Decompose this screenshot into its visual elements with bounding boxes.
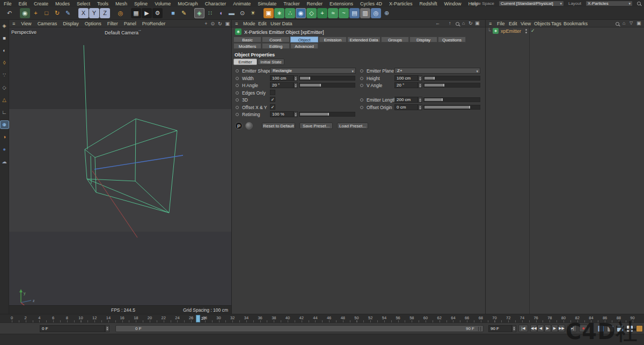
ruler-tick[interactable]: 74 <box>518 315 526 320</box>
y-axis-button[interactable]: Y <box>89 8 99 18</box>
search-icon[interactable] <box>456 21 459 27</box>
ruler-tick[interactable]: 16 <box>119 315 126 320</box>
xp-trail-icon[interactable]: ~ <box>339 8 349 18</box>
refresh-icon[interactable]: ↻ <box>469 20 473 26</box>
tab-basic[interactable]: Basic <box>233 37 261 42</box>
tab-display[interactable]: Display <box>409 37 437 42</box>
anim-toggle-icon[interactable] <box>236 91 239 95</box>
enable-check-icon[interactable]: ✓ <box>531 28 535 33</box>
preset-sphere-icon[interactable] <box>245 122 253 130</box>
width-input[interactable]: 100 cm <box>270 75 294 81</box>
next-frame-button[interactable]: ▶ <box>551 325 558 332</box>
camera-icon[interactable]: ⊙ <box>237 8 247 18</box>
menu-window[interactable]: Window <box>444 1 462 6</box>
preview-range-slider[interactable]: 0 F 90 F <box>115 325 484 332</box>
ruler-tick[interactable]: 44 <box>311 315 319 320</box>
emitter-state-button[interactable]: Emitter <box>233 59 257 65</box>
anim-toggle-icon[interactable] <box>236 84 239 87</box>
tab-groups[interactable]: Groups <box>381 37 409 42</box>
ruler-tick[interactable]: 76 <box>532 315 540 320</box>
ruler-tick[interactable]: 8 <box>63 315 71 320</box>
height-slider[interactable] <box>423 76 480 81</box>
deformer-icon[interactable]: ◖ <box>216 8 226 18</box>
ruler-tick[interactable]: 64 <box>449 315 457 320</box>
hamburger-icon[interactable]: ≡ <box>12 21 15 26</box>
menu-character[interactable]: Character <box>205 1 226 6</box>
menu-xparticles[interactable]: X-Particles <box>389 1 413 6</box>
anim-toggle-icon[interactable] <box>360 106 363 109</box>
v-angle-slider[interactable] <box>423 83 480 88</box>
ruler-tick[interactable]: 40 <box>284 315 291 320</box>
ruler-tick[interactable]: 54 <box>380 315 388 320</box>
object-name[interactable]: xpEmitter <box>501 28 521 34</box>
width-slider[interactable] <box>299 76 355 81</box>
xp-emitter-icon[interactable]: ∗ <box>274 8 284 18</box>
search-icon[interactable] <box>637 2 641 5</box>
coord-system-icon[interactable]: ◎ <box>115 8 126 18</box>
ruler-tick[interactable]: 48 <box>339 315 347 320</box>
end-frame-stepper[interactable] <box>512 325 516 332</box>
points-mode-icon[interactable]: ∵ <box>1 71 9 79</box>
h-angle-input[interactable]: 20 ° <box>270 82 294 88</box>
scale-tool-icon[interactable]: □ <box>41 8 52 18</box>
h-angle-slider[interactable] <box>299 83 355 88</box>
prev-key-button[interactable]: ◀◀ <box>530 325 537 332</box>
ruler-tick[interactable]: 18 <box>132 315 140 320</box>
xp-emitter-object-icon[interactable]: ∗ <box>493 28 499 34</box>
xp-modifier-icon[interactable]: + <box>317 8 327 18</box>
snap-icon[interactable]: ⊕ <box>1 121 9 128</box>
move-tool-icon[interactable]: + <box>31 8 41 18</box>
vp-menu-view[interactable]: View <box>21 21 31 26</box>
anim-toggle-icon[interactable] <box>236 69 239 73</box>
ruler-tick[interactable]: 70 <box>491 315 499 320</box>
menu-redshift[interactable]: Redshift <box>420 1 437 6</box>
texture-mode-icon[interactable]: ◐ <box>1 47 9 54</box>
ruler-tick[interactable]: 4 <box>35 315 43 320</box>
generator-icon[interactable]: ◈ <box>194 8 204 18</box>
current-frame-input[interactable]: 0 F <box>40 325 105 332</box>
emitter-shape-select[interactable]: Rectangle ▾ <box>270 68 356 74</box>
am-menu-mode[interactable]: Mode <box>243 21 255 26</box>
xp-target-icon[interactable]: ⊕ <box>382 8 392 18</box>
height-input[interactable]: 100 cm <box>394 75 418 81</box>
menu-animate[interactable]: Animate <box>233 1 251 6</box>
vp-menu-options[interactable]: Options <box>85 21 101 26</box>
rotate-tool-icon[interactable]: ↻ <box>52 8 62 18</box>
ruler-tick[interactable]: 2 <box>22 315 30 320</box>
om-menu-bookmarks[interactable]: Bookmarks <box>564 21 588 26</box>
timeline-ruler[interactable]: 27 0246810121416182022242628303234363840… <box>0 314 644 322</box>
tab-coord[interactable]: Coord. <box>262 37 290 42</box>
ruler-tick[interactable]: 66 <box>463 315 471 320</box>
tab-questions[interactable]: Questions <box>438 37 466 42</box>
ruler-tick[interactable]: 12 <box>91 315 98 320</box>
home-icon[interactable]: ⌂ <box>623 20 625 26</box>
om-menu-tags[interactable]: Tags <box>551 21 561 26</box>
hamburger-icon[interactable]: ≡ <box>235 21 238 26</box>
play-button[interactable]: ▶ <box>544 325 551 332</box>
back-icon[interactable]: ← <box>435 20 440 26</box>
layout-select[interactable]: X-Particles ▾ <box>586 1 633 6</box>
emitter-length-slider[interactable] <box>423 97 480 102</box>
ruler-tick[interactable]: 36 <box>257 315 264 320</box>
ruler-tick[interactable]: 32 <box>229 315 236 320</box>
om-menu-objects[interactable]: Objects <box>534 21 551 26</box>
tab-emission[interactable]: Emission <box>319 37 347 42</box>
visibility-dots-icon[interactable] <box>525 29 527 31</box>
vp-menu-filter[interactable]: Filter <box>107 21 118 26</box>
ruler-tick[interactable]: 52 <box>367 315 374 320</box>
prev-frame-button[interactable]: ◀ <box>537 325 544 332</box>
ruler-tick[interactable]: 38 <box>270 315 277 320</box>
view-token-icon[interactable]: ◈ <box>1 22 9 30</box>
menu-modes[interactable]: Modes <box>55 1 70 6</box>
menu-select[interactable]: Select <box>77 1 90 6</box>
light-icon[interactable]: ☀ <box>248 8 258 18</box>
menu-volume[interactable]: Volume <box>155 1 171 6</box>
maximize-view-icon[interactable]: ▣ <box>225 21 230 26</box>
vp-menu-prorender[interactable]: ProRender <box>142 21 166 26</box>
ruler-tick[interactable]: 28 <box>201 315 209 320</box>
z-axis-button[interactable]: Z <box>100 8 110 18</box>
tab-advanced[interactable]: Advanced <box>290 43 318 49</box>
ruler-tick[interactable]: 42 <box>298 315 305 320</box>
offset-origin-stepper[interactable] <box>418 104 422 110</box>
ruler-tick[interactable]: 68 <box>477 315 485 320</box>
